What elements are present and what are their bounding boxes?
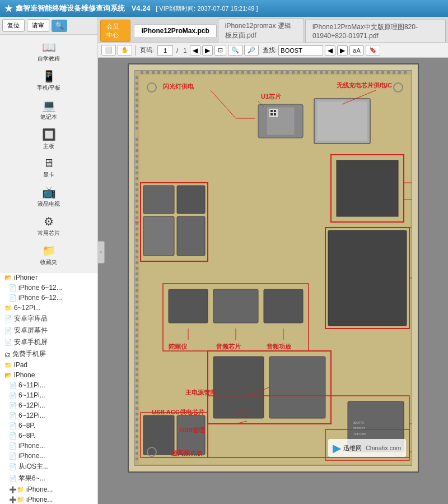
toolbar-btn-copy[interactable]: ⬜ <box>101 45 116 56</box>
tab-pcb[interactable]: iPhone12ProMax.pcb <box>134 24 216 37</box>
reset-button[interactable]: 复位 <box>2 19 25 32</box>
svg-rect-167 <box>136 261 138 264</box>
svg-rect-58 <box>247 71 250 74</box>
svg-rect-199 <box>136 441 138 443</box>
sidebar-item-self-study[interactable]: 📖 自学教程 <box>0 37 97 66</box>
toolbar-btn-fit[interactable]: ⊡ <box>214 45 226 56</box>
collection-icon: 📁 <box>42 244 56 257</box>
vip-center-tab[interactable]: 会员中心 <box>100 20 130 42</box>
toolbar-btn-zoom-out[interactable]: 🔎 <box>244 45 259 56</box>
tree-item-pdf2[interactable]: 📄 iPhone 6~12... <box>0 293 97 303</box>
svg-rect-136 <box>136 82 138 85</box>
tree-label: 6~11Pi... <box>18 391 45 399</box>
display-icon: 🖥 <box>43 157 54 170</box>
sidebar-item-lcd-tv[interactable]: 📺 液晶电视 <box>0 182 97 211</box>
tree-item-ipad[interactable]: 📁 iPad <box>0 360 97 370</box>
tree-item-6-12pi-1[interactable]: 📄 6~12Pi... <box>0 400 97 410</box>
tree-item-ios[interactable]: 📄 从iOS主... <box>0 461 97 473</box>
svg-text:主电源管理: 主电源管理 <box>185 389 217 396</box>
content-area: 会员中心 iPhone12ProMax.pcb iPhone12promax 逻… <box>98 17 448 504</box>
svg-rect-187 <box>136 373 138 376</box>
folder-files-icon: 🗂 <box>4 351 11 358</box>
sidebar-item-collection[interactable]: 📁 收藏夹 <box>0 241 97 270</box>
sidebar-item-common-chips[interactable]: ⚙ 常用芯片 <box>0 211 97 241</box>
sidebar-item-notebook[interactable]: 💻 笔记本 <box>0 95 97 124</box>
sidebar-collapse-button[interactable]: ‹ <box>98 241 105 263</box>
svg-rect-4 <box>270 110 273 112</box>
svg-rect-80 <box>370 71 373 74</box>
svg-rect-39 <box>141 71 143 74</box>
pdf-view[interactable]: SKY73 68242-21 7234 R00 <box>98 58 448 504</box>
svg-rect-5 <box>274 110 276 112</box>
svg-rect-191 <box>136 396 138 399</box>
sidebar-item-mobile-tablet[interactable]: 📱 手机/平板 <box>0 66 97 95</box>
folder-expand-icon: ➕📁 <box>9 486 25 493</box>
tree-item-6-11pi-1[interactable]: 📄 6~11Pi... <box>0 380 97 390</box>
tree-item-iphone-folder2[interactable]: ➕📁 iPhone... <box>0 494 97 504</box>
svg-rect-149 <box>136 160 138 163</box>
tree-label: 安卓字库品 <box>14 314 48 323</box>
svg-rect-141 <box>136 110 138 113</box>
app-title-text: 鑫智造智能终端设备维修查询系统 <box>16 4 125 12</box>
search-next-button[interactable]: ▶ <box>337 45 348 56</box>
svg-rect-77 <box>353 71 356 74</box>
collection-label: 收藏夹 <box>40 258 57 266</box>
svg-text:陀螺仪: 陀螺仪 <box>169 343 188 350</box>
svg-rect-156 <box>136 200 138 202</box>
tree-item-android-screen[interactable]: 📄 安卓屏幕件 <box>0 325 97 336</box>
tree-item-iphone[interactable]: 📂 iPhone <box>0 370 97 380</box>
svg-rect-53 <box>219 71 222 74</box>
tree-item-android-font[interactable]: 📄 安卓字库品 <box>0 313 97 325</box>
svg-rect-189 <box>136 385 138 387</box>
svg-rect-71 <box>320 71 323 74</box>
toolbar-btn-hand[interactable]: ✋ <box>118 45 132 56</box>
svg-rect-183 <box>136 351 138 354</box>
tree-item-6-8p-1[interactable]: 📄 6~8P. <box>0 420 97 431</box>
pdf-icon: 📄 <box>9 284 17 292</box>
svg-rect-192 <box>136 401 138 404</box>
tab-pdf2[interactable]: iPhone12ProMax中文版原理图820-01940+820-01971.… <box>305 20 446 42</box>
tree-label: iPhone... <box>18 452 45 460</box>
tree-item-android-mobile[interactable]: 📄 安卓手机屏 <box>0 336 97 348</box>
toolbar-btn-zoom-in[interactable]: 🔍 <box>228 45 242 56</box>
tree-item-6-11pi-2[interactable]: 📄 6~11Pi... <box>0 390 97 400</box>
page-next-button[interactable]: ▶ <box>202 45 213 56</box>
svg-text:7234 R00: 7234 R00 <box>353 432 366 436</box>
tab-pdf1[interactable]: iPhone12promax 逻辑板反面.pdf <box>218 19 304 43</box>
toolbar-btn-bookmark[interactable]: 🔖 <box>366 45 380 56</box>
svg-rect-22 <box>264 289 303 323</box>
tree-label: iPhone... <box>18 442 45 450</box>
svg-rect-171 <box>136 284 138 286</box>
svg-text:音频芯片: 音频芯片 <box>216 343 241 350</box>
tree-item-iphone-a[interactable]: 📄 iPhone... <box>0 441 97 451</box>
svg-rect-43 <box>163 71 166 74</box>
tree-item-pdf1[interactable]: 📄 iPhone 6~12... <box>0 283 97 293</box>
tree-item-6-12pi[interactable]: 📁 6~12Pi... <box>0 303 97 313</box>
tree-item-6-8p-2[interactable]: 📄 6~8P. <box>0 431 97 441</box>
search-prev-button[interactable]: ◀ <box>325 45 335 56</box>
tree-item-iphone-root[interactable]: 📂 iPhone↑ <box>0 272 97 283</box>
pdf-icon: 📄 <box>9 382 17 389</box>
sidebar-item-motherboard[interactable]: 🔲 主板 <box>0 124 97 154</box>
search-button[interactable]: 🔍 <box>52 20 67 32</box>
svg-rect-72 <box>325 71 328 74</box>
svg-rect-61 <box>264 71 267 74</box>
svg-rect-195 <box>136 418 138 421</box>
svg-rect-45 <box>174 71 177 74</box>
nav-button[interactable]: 请审 <box>27 19 49 32</box>
page-prev-button[interactable]: ◀ <box>190 45 200 56</box>
page-input[interactable] <box>157 45 173 56</box>
tree-item-iphone-b[interactable]: 📄 iPhone... <box>0 451 97 461</box>
svg-rect-178 <box>136 323 138 326</box>
svg-rect-82 <box>381 71 384 74</box>
tree-item-iphone-folder1[interactable]: ➕📁 iPhone... <box>0 484 97 494</box>
tree-item-apple6[interactable]: 📄 苹果6~... <box>0 473 97 484</box>
search-input[interactable] <box>278 45 323 56</box>
toolbar-btn-aa[interactable]: aA <box>349 45 363 56</box>
sidebar-item-display[interactable]: 🖥 显卡 <box>0 154 97 182</box>
svg-text:USB ACC供电芯片: USB ACC供电芯片 <box>152 409 204 415</box>
lcd-tv-label: 液晶电视 <box>38 200 60 208</box>
tree-item-free-screen[interactable]: 🗂 免费手机屏 <box>0 348 97 360</box>
tree-item-6-12pi-2[interactable]: 📄 6~12Pi... <box>0 410 97 420</box>
svg-rect-62 <box>269 71 272 74</box>
